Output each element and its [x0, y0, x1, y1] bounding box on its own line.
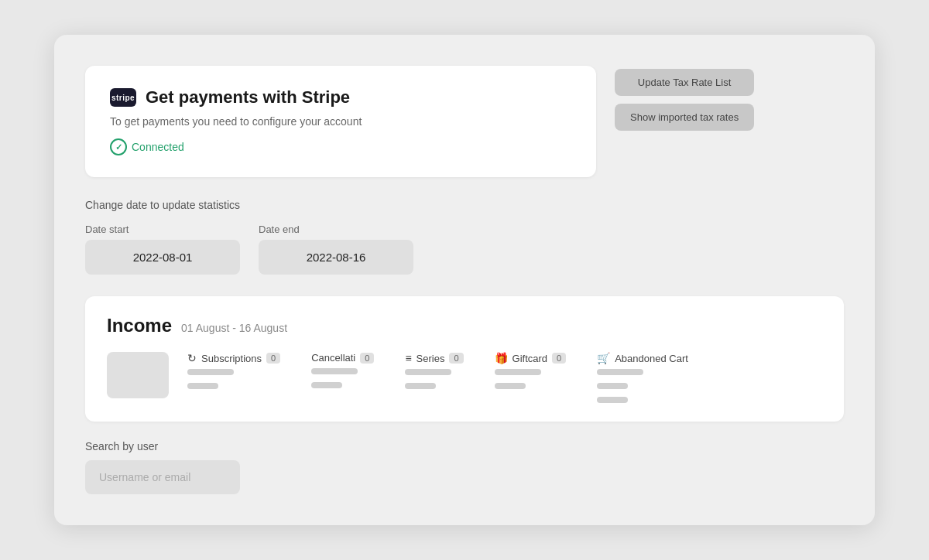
- abandoned-cart-bar-sm: [597, 383, 628, 389]
- series-badge: 0: [449, 353, 463, 364]
- date-end-field: Date end: [259, 224, 413, 275]
- date-start-label: Date start: [85, 224, 240, 235]
- stripe-card: stripe Get payments with Stripe To get p…: [85, 66, 596, 177]
- connected-badge: Connected: [110, 138, 571, 155]
- stat-cancellati: Cancellati 0: [311, 352, 374, 403]
- income-stats: ↻ Subscriptions 0 Cancellati 0: [187, 352, 822, 403]
- abandoned-cart-bar: [597, 369, 643, 375]
- series-label: Series: [417, 353, 445, 364]
- top-section: stripe Get payments with Stripe To get p…: [85, 66, 844, 177]
- series-bar-sm: [405, 383, 436, 389]
- cancellati-label: Cancellati: [311, 352, 355, 364]
- income-title: Income: [107, 315, 172, 336]
- search-input[interactable]: [85, 460, 240, 494]
- subscriptions-label: Subscriptions: [201, 353, 262, 364]
- giftcard-badge: 0: [552, 353, 566, 364]
- abandoned-cart-icon: 🛒: [597, 352, 610, 364]
- cancellati-bar: [311, 368, 358, 374]
- income-date-range: 01 August - 16 August: [181, 322, 287, 334]
- income-grid: ↻ Subscriptions 0 Cancellati 0: [107, 352, 822, 403]
- date-start-input[interactable]: [85, 240, 240, 275]
- abandoned-cart-label: Abandoned Cart: [615, 353, 688, 364]
- cancellati-bar-sm: [311, 382, 342, 388]
- income-section: Income 01 August - 16 August ↻ Subscript…: [85, 296, 844, 422]
- series-icon: ≡: [405, 352, 411, 364]
- date-row: Date start Date end: [85, 224, 844, 275]
- stat-abandoned-cart-header: 🛒 Abandoned Cart: [597, 352, 688, 364]
- income-avatar: [107, 352, 169, 398]
- stat-abandoned-cart: 🛒 Abandoned Cart: [597, 352, 688, 403]
- stripe-logo: stripe: [110, 88, 136, 107]
- date-section: Change date to update statistics Date st…: [85, 199, 844, 275]
- date-start-field: Date start: [85, 224, 240, 275]
- stat-giftcard: 🎁 Giftcard 0: [495, 352, 567, 403]
- stat-giftcard-header: 🎁 Giftcard 0: [495, 352, 567, 364]
- search-label: Search by user: [85, 440, 844, 452]
- series-bar: [405, 369, 451, 375]
- subscriptions-bar: [187, 369, 234, 375]
- search-section: Search by user: [85, 440, 844, 494]
- right-buttons: Update Tax Rate List Show imported tax r…: [615, 66, 754, 177]
- giftcard-label: Giftcard: [512, 353, 548, 364]
- date-end-input[interactable]: [259, 240, 413, 275]
- stripe-header: stripe Get payments with Stripe: [110, 87, 571, 108]
- date-section-label: Change date to update statistics: [85, 199, 844, 211]
- cancellati-badge: 0: [360, 353, 374, 364]
- stripe-subtitle: To get payments you need to configure yo…: [110, 115, 571, 128]
- income-header: Income 01 August - 16 August: [107, 315, 822, 336]
- subscriptions-badge: 0: [266, 353, 280, 364]
- stat-cancellati-header: Cancellati 0: [311, 352, 374, 364]
- connected-label: Connected: [132, 141, 184, 153]
- subscriptions-bar-sm: [187, 383, 218, 389]
- date-end-label: Date end: [259, 224, 413, 235]
- stripe-title: Get payments with Stripe: [146, 87, 350, 108]
- stat-subscriptions: ↻ Subscriptions 0: [187, 352, 280, 403]
- subscriptions-icon: ↻: [187, 352, 197, 364]
- stat-subscriptions-header: ↻ Subscriptions 0: [187, 352, 280, 364]
- abandoned-cart-bar-sm2: [597, 397, 628, 403]
- giftcard-icon: 🎁: [495, 352, 508, 364]
- giftcard-bar: [495, 369, 541, 375]
- main-container: stripe Get payments with Stripe To get p…: [54, 35, 875, 525]
- stat-series: ≡ Series 0: [405, 352, 463, 403]
- giftcard-bar-sm: [495, 383, 526, 389]
- show-imported-tax-button[interactable]: Show imported tax rates: [615, 104, 754, 131]
- stat-series-header: ≡ Series 0: [405, 352, 463, 364]
- update-tax-rate-button[interactable]: Update Tax Rate List: [615, 69, 754, 96]
